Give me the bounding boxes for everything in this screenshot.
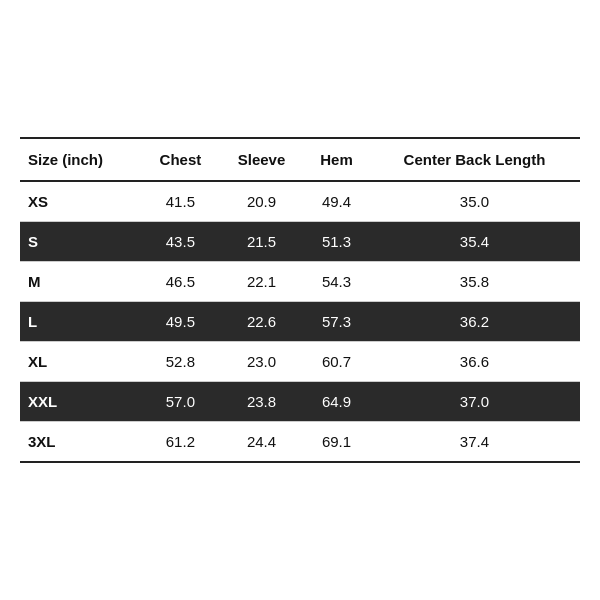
size-chart-container: Size (inch) Chest Sleeve Hem Center Back… — [20, 137, 580, 463]
table-row: 3XL61.224.469.137.4 — [20, 422, 580, 462]
table-row: XXL57.023.864.937.0 — [20, 382, 580, 422]
cell-value: 60.7 — [304, 342, 369, 382]
cell-value: 49.5 — [142, 302, 219, 342]
header-sleeve: Sleeve — [219, 139, 304, 181]
cell-value: 52.8 — [142, 342, 219, 382]
header-hem: Hem — [304, 139, 369, 181]
table-row: L49.522.657.336.2 — [20, 302, 580, 342]
cell-value: 22.6 — [219, 302, 304, 342]
cell-value: 21.5 — [219, 222, 304, 262]
cell-value: 35.8 — [369, 262, 580, 302]
header-center-back-length: Center Back Length — [369, 139, 580, 181]
table-row: M46.522.154.335.8 — [20, 262, 580, 302]
cell-size: M — [20, 262, 142, 302]
cell-size: XXL — [20, 382, 142, 422]
cell-value: 23.8 — [219, 382, 304, 422]
cell-value: 41.5 — [142, 181, 219, 222]
cell-value: 61.2 — [142, 422, 219, 462]
cell-value: 64.9 — [304, 382, 369, 422]
cell-size: XL — [20, 342, 142, 382]
table-row: XS41.520.949.435.0 — [20, 181, 580, 222]
cell-value: 69.1 — [304, 422, 369, 462]
cell-value: 22.1 — [219, 262, 304, 302]
cell-value: 46.5 — [142, 262, 219, 302]
table-row: XL52.823.060.736.6 — [20, 342, 580, 382]
cell-value: 57.0 — [142, 382, 219, 422]
cell-size: L — [20, 302, 142, 342]
cell-value: 24.4 — [219, 422, 304, 462]
cell-value: 23.0 — [219, 342, 304, 382]
cell-value: 36.6 — [369, 342, 580, 382]
header-size: Size (inch) — [20, 139, 142, 181]
cell-value: 35.4 — [369, 222, 580, 262]
table-row: S43.521.551.335.4 — [20, 222, 580, 262]
cell-size: 3XL — [20, 422, 142, 462]
cell-value: 43.5 — [142, 222, 219, 262]
cell-size: S — [20, 222, 142, 262]
table-body: XS41.520.949.435.0S43.521.551.335.4M46.5… — [20, 181, 580, 461]
header-chest: Chest — [142, 139, 219, 181]
cell-value: 36.2 — [369, 302, 580, 342]
cell-size: XS — [20, 181, 142, 222]
cell-value: 51.3 — [304, 222, 369, 262]
size-chart-table: Size (inch) Chest Sleeve Hem Center Back… — [20, 139, 580, 461]
cell-value: 35.0 — [369, 181, 580, 222]
cell-value: 54.3 — [304, 262, 369, 302]
cell-value: 57.3 — [304, 302, 369, 342]
cell-value: 20.9 — [219, 181, 304, 222]
cell-value: 49.4 — [304, 181, 369, 222]
cell-value: 37.4 — [369, 422, 580, 462]
cell-value: 37.0 — [369, 382, 580, 422]
table-header-row: Size (inch) Chest Sleeve Hem Center Back… — [20, 139, 580, 181]
